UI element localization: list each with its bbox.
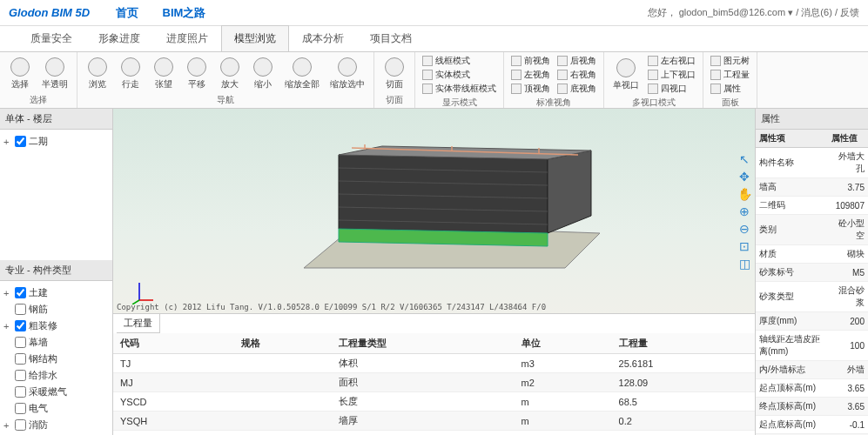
ribbon-list-item[interactable]: 图元树 bbox=[710, 54, 750, 68]
main-tab-0[interactable]: 质量安全 bbox=[17, 25, 85, 51]
tree-checkbox[interactable] bbox=[15, 419, 26, 431]
ribbon-list-item[interactable]: 后视角 bbox=[557, 54, 596, 68]
table-row[interactable]: 材质砌块 bbox=[756, 245, 868, 264]
table-row[interactable]: 内/外墙标志外墙 bbox=[756, 361, 868, 379]
tree-checkbox[interactable] bbox=[15, 337, 26, 348]
main-tab-3[interactable]: 模型浏览 bbox=[221, 25, 289, 51]
main-tab-2[interactable]: 进度照片 bbox=[153, 25, 221, 51]
tree-checkbox[interactable] bbox=[15, 353, 26, 365]
quantity-tab[interactable]: 工程量 bbox=[117, 313, 160, 333]
messages-link[interactable]: 消息(6) bbox=[801, 7, 831, 17]
properties-table[interactable]: 属性项属性值构件名称外墙大孔墙高3.75二维码109807类别砼小型空材质砌块砂… bbox=[756, 130, 868, 435]
table-row[interactable]: 墙高3.75 bbox=[756, 178, 868, 197]
table-row[interactable]: TJ体积m325.6181 bbox=[113, 354, 755, 373]
table-row[interactable]: 起点底标高(m)-0.1 bbox=[756, 416, 868, 434]
tree-item[interactable]: 钢结构 bbox=[3, 351, 109, 367]
table-row[interactable]: 终点顶标高(m)3.65 bbox=[756, 398, 868, 416]
table-row[interactable]: YSCD长度m68.5 bbox=[113, 392, 755, 412]
viewport-3d[interactable]: ↖ ✥ ✋ ⊕ ⊖ ⊡ ◫ Copyright (c) 2012 Lifu Ta… bbox=[113, 109, 755, 313]
tree-item[interactable]: 幕墙 bbox=[3, 334, 109, 351]
tree-checkbox[interactable] bbox=[15, 320, 26, 331]
tree-item[interactable]: 采暖燃气 bbox=[3, 384, 109, 400]
main-tab-4[interactable]: 成本分析 bbox=[289, 25, 357, 51]
ribbon-button[interactable]: 放大 bbox=[213, 56, 246, 92]
tree-checkbox[interactable] bbox=[15, 403, 26, 414]
ribbon-button[interactable]: 单视口 bbox=[608, 57, 644, 93]
tree-label: 粗装修 bbox=[29, 319, 57, 332]
main-tab-1[interactable]: 形象进度 bbox=[85, 25, 153, 51]
qty-col-header[interactable]: 工程量类型 bbox=[332, 333, 514, 354]
discipline-tree[interactable]: +土建钢筋+粗装修幕墙钢结构给排水采暖燃气电气+消防+通风空调+智控弱电场地 bbox=[0, 281, 112, 435]
ribbon-button[interactable]: 选择 bbox=[3, 56, 37, 92]
ribbon-button[interactable]: 缩放选中 bbox=[325, 56, 370, 92]
cursor-tool[interactable]: ↖ bbox=[737, 152, 751, 166]
nav-bim-road[interactable]: BIM之路 bbox=[163, 6, 206, 19]
feedback-link[interactable]: 反馈 bbox=[840, 7, 859, 17]
user-menu[interactable]: glodon_bim5d@126.com ▾ bbox=[679, 7, 794, 17]
ribbon-list-item[interactable]: 前视角 bbox=[511, 54, 550, 68]
tree-item[interactable]: +二期 bbox=[3, 133, 109, 150]
ribbon-button[interactable]: 缩小 bbox=[246, 56, 279, 92]
expand-icon[interactable]: + bbox=[3, 420, 12, 431]
expand-icon[interactable]: + bbox=[3, 137, 12, 147]
ribbon-button[interactable]: 行走 bbox=[114, 56, 147, 92]
tree-checkbox[interactable] bbox=[15, 304, 26, 315]
table-row[interactable]: 砂浆类型混合砂浆 bbox=[756, 282, 868, 312]
quantity-table[interactable]: 代码规格工程量类型单位工程量TJ体积m325.6181MJ面积m2128.09Y… bbox=[113, 333, 755, 435]
tree-checkbox[interactable] bbox=[15, 370, 26, 381]
ribbon-button[interactable]: 浏览 bbox=[81, 56, 114, 92]
ribbon-list-item[interactable]: 实体模式 bbox=[422, 68, 496, 82]
qty-col-header[interactable]: 代码 bbox=[113, 333, 234, 354]
tree-item[interactable]: 钢筋 bbox=[3, 301, 109, 318]
ribbon-button[interactable]: 半透明 bbox=[37, 56, 73, 92]
tree-item[interactable]: 给排水 bbox=[3, 367, 109, 384]
tree-checkbox[interactable] bbox=[15, 386, 26, 398]
table-row[interactable]: 起点顶标高(m)3.65 bbox=[756, 379, 868, 398]
ribbon-list-item[interactable]: 左视角 bbox=[511, 68, 550, 82]
table-row[interactable]: MJ面积m2128.09 bbox=[113, 373, 755, 392]
tree-checkbox[interactable] bbox=[15, 287, 26, 298]
tree-item[interactable]: +消防 bbox=[3, 417, 109, 433]
tree-item[interactable]: +粗装修 bbox=[3, 318, 109, 334]
ribbon-list-item[interactable]: 工程量 bbox=[710, 68, 750, 82]
ribbon-list-item[interactable]: 上下视口 bbox=[648, 68, 696, 82]
tree-item[interactable]: +土建 bbox=[3, 284, 109, 301]
ribbon-button[interactable]: 切面 bbox=[378, 56, 411, 92]
cube-tool[interactable]: ◫ bbox=[737, 257, 751, 271]
zoom-fit-tool[interactable]: ⊡ bbox=[737, 239, 751, 253]
table-row[interactable]: 厚度(mm)200 bbox=[756, 312, 868, 331]
unit-floor-tree[interactable]: +二期 bbox=[0, 130, 112, 260]
ribbon-list-item[interactable]: 右视角 bbox=[557, 68, 596, 82]
ribbon-list-item[interactable]: 左右视口 bbox=[648, 54, 696, 68]
main-tab-5[interactable]: 项目文档 bbox=[357, 25, 425, 51]
zoom-out-tool[interactable]: ⊖ bbox=[737, 222, 751, 236]
table-row[interactable]: 轴线距左墙皮距离(mm)100 bbox=[756, 331, 868, 361]
qty-col-header[interactable]: 规格 bbox=[234, 333, 332, 354]
qty-cell bbox=[234, 354, 332, 373]
zoom-in-tool[interactable]: ⊕ bbox=[737, 204, 751, 218]
expand-icon[interactable]: + bbox=[3, 321, 12, 331]
ribbon-button[interactable]: 缩放全部 bbox=[279, 56, 325, 92]
table-row[interactable]: MBMJ模板面积m2 bbox=[113, 431, 755, 436]
ribbon-button[interactable]: 张望 bbox=[147, 56, 180, 92]
orbit-tool[interactable]: ✥ bbox=[737, 170, 751, 184]
ribbon-list-item[interactable]: 实体带线框模式 bbox=[422, 82, 496, 96]
ribbon-button[interactable]: 平移 bbox=[180, 56, 213, 92]
table-row[interactable]: YSQH墙厚m0.2 bbox=[113, 412, 755, 431]
ribbon-list-item[interactable]: 线框模式 bbox=[422, 54, 496, 68]
table-row[interactable]: 构件名称外墙大孔 bbox=[756, 148, 868, 178]
qty-col-header[interactable]: 单位 bbox=[515, 333, 612, 354]
ribbon-list-item[interactable]: 四视口 bbox=[648, 82, 696, 96]
nav-home[interactable]: 首页 bbox=[116, 6, 138, 19]
ribbon-list-item[interactable]: 顶视角 bbox=[511, 82, 550, 96]
qty-col-header[interactable]: 工程量 bbox=[612, 333, 755, 354]
table-row[interactable]: 二维码109807 bbox=[756, 197, 868, 215]
expand-icon[interactable]: + bbox=[3, 288, 12, 298]
ribbon-list-item[interactable]: 属性 bbox=[710, 82, 750, 96]
table-row[interactable]: 砂浆标号M5 bbox=[756, 264, 868, 282]
pan-tool[interactable]: ✋ bbox=[737, 187, 751, 201]
table-row[interactable]: 类别砼小型空 bbox=[756, 215, 868, 245]
tree-item[interactable]: 电气 bbox=[3, 400, 109, 417]
tree-checkbox[interactable] bbox=[15, 136, 26, 147]
ribbon-list-item[interactable]: 底视角 bbox=[557, 82, 596, 96]
